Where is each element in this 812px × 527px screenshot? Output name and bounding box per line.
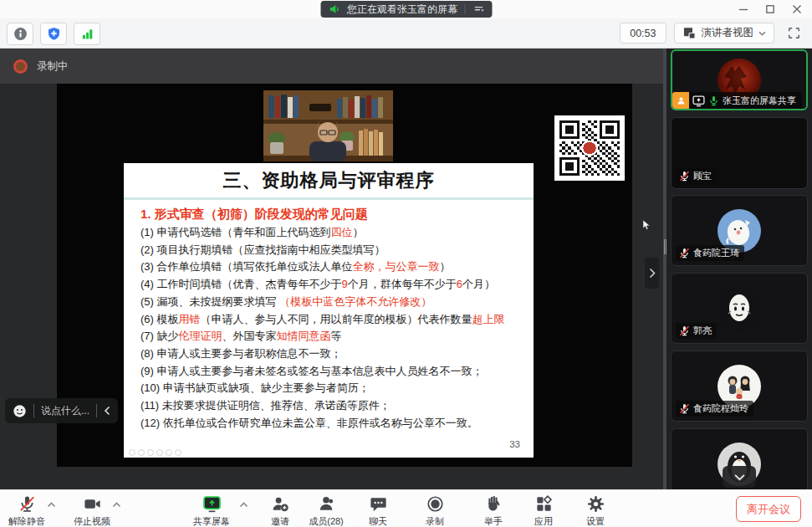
chat-input[interactable]: 说点什么... [41,404,89,418]
participant-name: 食药院王琦 [693,247,739,259]
participant-name: 张玉富的屏幕共享 [723,95,796,107]
shared-screen: 三、资助格局与评审程序 1. 形式审查（初筛）阶段发现的常见问题 (1) 申请代… [57,84,632,467]
screen-share-icon [692,95,705,107]
minimize-button[interactable] [733,3,753,16]
gear-icon [586,494,605,514]
share-screen-button[interactable]: 共享屏幕 [185,494,238,527]
record-button[interactable]: 录制 [408,494,462,527]
control-bar: 解除静音 停止视频 共享屏幕 邀请 成员(28) 聊天 [0,489,812,527]
watching-banner[interactable]: 您正在观看张玉富的屏幕 [320,1,492,18]
participant-tile[interactable] [671,428,808,489]
banner-divider [464,4,465,14]
settings-button[interactable]: 设置 [569,494,622,527]
view-mode-selector[interactable]: 演讲者视图 [674,23,775,43]
mic-muted-icon [679,325,690,336]
presenter-video [263,90,393,161]
unmute-label: 解除静音 [8,515,45,527]
slide-line: (5) 漏项、未按提纲要求填写 （模板中蓝色字体不允许修改） [140,294,525,311]
slide-title: 三、资助格局与评审程序 [124,168,534,193]
participant-tile[interactable]: 顾宝 [671,117,808,189]
banner-menu-icon[interactable] [472,3,485,15]
mouse-cursor [642,219,651,231]
leave-meeting-button[interactable]: 离开会议 [736,496,801,522]
slide-line: (12) 依托单位或合作研究单位未盖公章、非原件或名称与公章不一致。 [140,415,525,432]
host-badge-icon [672,92,689,109]
members-icon [317,494,336,514]
expand-panel-button[interactable] [645,258,659,289]
chat-icon [369,494,388,514]
chat-button[interactable]: 聊天 [351,494,405,527]
slide-line: (6) 模板用错（申请人、参与人不同，用以前年度的模板）代表作数量超上限 [140,311,525,329]
stage-top-strip [0,49,663,84]
participant-tile[interactable]: 食药院王琦 [671,195,808,266]
invite-label: 邀请 [271,515,289,527]
layout-icon [682,26,697,40]
sharer-label-bar: 张玉富的屏幕共享 [672,92,802,109]
slide-page-number: 33 [509,439,520,449]
security-shield-button[interactable] [40,23,67,45]
members-label: 成员(28) [309,515,344,527]
scroll-down-button[interactable] [723,466,756,488]
invite-icon [271,494,290,514]
slide-title-rule [124,197,534,200]
window-titlebar: 您正在观看张玉富的屏幕 [0,0,812,18]
chat-quick-bar: 说点什么... [5,398,118,423]
members-button[interactable]: 成员(28) [299,494,353,527]
participant-label: 食药院王琦 [676,245,744,261]
chat-label: 聊天 [369,515,387,527]
share-screen-label: 共享屏幕 [193,515,230,527]
raise-hand-button[interactable]: 举手 [467,494,520,527]
participant-name: 郭亮 [693,325,712,337]
fullscreen-button[interactable] [782,23,805,43]
camera-icon [83,494,102,514]
avatar [717,286,762,331]
unmute-options-caret[interactable] [47,502,56,508]
mic-on-icon [708,95,719,106]
share-options-caret[interactable] [239,502,248,508]
participant-name: 食药院程灿玲 [693,402,748,415]
watching-banner-text: 您正在观看张玉富的屏幕 [347,3,457,17]
record-label: 录制 [426,515,444,527]
participant-label: 郭亮 [676,323,717,339]
meeting-info-button[interactable] [7,23,33,45]
participant-name: 顾宝 [693,170,712,182]
meeting-toolbar: 00:53 演讲者视图 [0,18,812,49]
participant-tile-sharer[interactable]: 张玉富的屏幕共享 [671,49,808,110]
close-button[interactable] [787,3,807,16]
raise-hand-label: 举手 [484,515,503,527]
qr-code [554,115,625,181]
chevron-down-icon [758,31,766,36]
view-controls-group: 00:53 演讲者视图 [620,23,805,43]
participant-label: 食药院程灿玲 [676,401,753,417]
participant-tile[interactable]: 郭亮 [671,273,808,344]
unmute-button[interactable]: 解除静音 [0,494,54,527]
recording-label: 录制中 [37,59,69,74]
slide-line: (4) 工作时间填错（优青、杰青每年不少于9个月，群体每年不少于6个月） [140,276,525,294]
chat-divider [96,404,97,417]
settings-label: 设置 [586,515,605,527]
participant-tile[interactable]: 食药院程灿玲 [671,350,808,422]
presentation-slide: 三、资助格局与评审程序 1. 形式审查（初筛）阶段发现的常见问题 (1) 申请代… [124,163,534,458]
window-controls [733,3,807,16]
record-icon [426,494,445,514]
network-signal-button[interactable] [74,23,100,45]
video-options-caret[interactable] [112,502,121,508]
meeting-window: 您正在观看张玉富的屏幕 [0,0,812,527]
stop-video-label: 停止视频 [74,515,110,527]
meeting-info-group [7,23,100,45]
view-mode-label: 演讲者视图 [702,26,754,40]
slide-line: (1) 申请代码选错（青年和面上代码选到四位） [140,224,525,242]
share-screen-icon [202,494,222,514]
collapse-chat-icon[interactable] [104,406,110,416]
participants-panel: 张玉富的屏幕共享 顾宝 [666,49,812,489]
mic-muted-icon [679,248,690,258]
slide-line: (8) 申请人或主要参与者职称信息不一致； [140,345,525,363]
slide-line: (3) 合作单位填错（填写依托单位或法人单位全称，与公章一致） [140,258,525,276]
stop-video-button[interactable]: 停止视频 [65,494,119,527]
slide-line: (10) 申请书缺页或缺项、缺少主要参与者简历； [140,380,525,397]
apps-icon [534,494,554,514]
maximize-button[interactable] [760,3,780,16]
emoji-icon[interactable] [13,404,27,418]
mic-muted-icon [679,403,690,414]
apps-button[interactable]: 应用 [517,494,570,527]
